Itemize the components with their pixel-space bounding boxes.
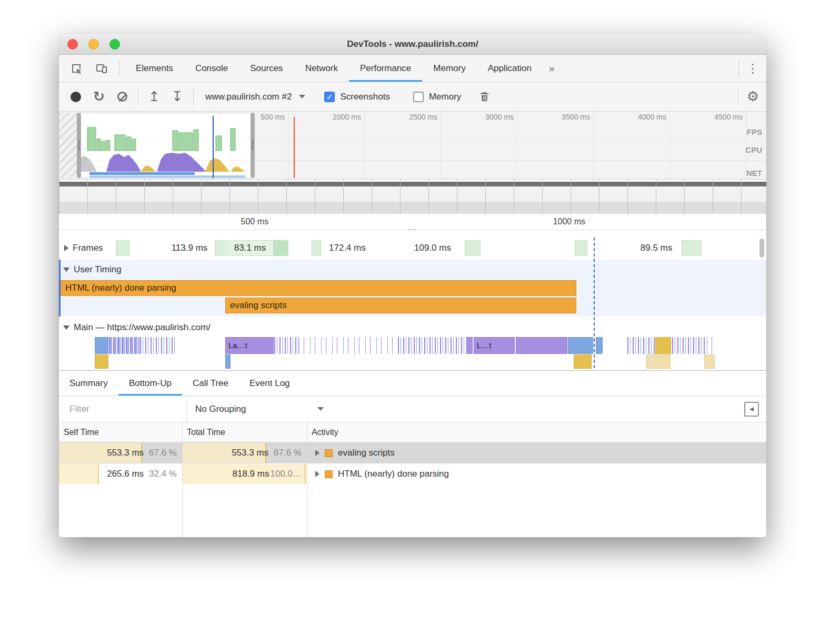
- clear-icon: [117, 92, 127, 102]
- column-header-self-time[interactable]: Self Time: [59, 422, 182, 442]
- selection-left-handle[interactable]: [77, 113, 81, 178]
- flame-segment[interactable]: [646, 354, 671, 369]
- flame-segment[interactable]: [299, 337, 397, 354]
- fps-lane-label: FPS: [731, 127, 762, 136]
- expand-row-triangle-icon[interactable]: [315, 471, 319, 477]
- selection-right-handle[interactable]: [251, 113, 255, 178]
- flame-segment[interactable]: [109, 337, 139, 354]
- frame-block[interactable]: [465, 240, 481, 256]
- table-row[interactable]: 553.3 ms67.6 % 553.3 ms67.6 % evaling sc…: [59, 442, 766, 463]
- frame-block[interactable]: [312, 240, 321, 256]
- flame-segment[interactable]: [627, 337, 655, 354]
- flame-segment-label: La…t: [226, 338, 273, 353]
- flame-segment[interactable]: La…t: [225, 337, 274, 354]
- flame-segment[interactable]: [95, 337, 108, 354]
- flame-segment[interactable]: [568, 337, 593, 354]
- save-profile-button[interactable]: ↧: [166, 86, 189, 107]
- tab-elements[interactable]: Elements: [125, 55, 184, 82]
- activity-cell: HTML (nearly) done parsing: [307, 463, 449, 485]
- flame-segment[interactable]: [707, 337, 716, 354]
- flame-segment[interactable]: [398, 337, 465, 354]
- frame-block[interactable]: [575, 240, 587, 256]
- expanded-triangle-icon: [63, 325, 69, 330]
- column-divider[interactable]: [307, 422, 307, 537]
- reload-icon: ↻: [93, 88, 105, 105]
- kebab-menu-icon[interactable]: ⋮: [746, 61, 759, 76]
- main-track-header[interactable]: Main — https://www.paulirish.com/: [63, 319, 211, 337]
- flame-segment[interactable]: [596, 337, 603, 354]
- screenshot-filmstrip[interactable]: [59, 179, 766, 214]
- device-toolbar-icon[interactable]: [94, 61, 109, 76]
- frame-block[interactable]: [274, 240, 288, 256]
- flame-segment[interactable]: [574, 354, 592, 369]
- tab-performance[interactable]: Performance: [349, 55, 422, 82]
- flame-segment[interactable]: L…t: [474, 337, 515, 354]
- expand-row-triangle-icon[interactable]: [315, 450, 319, 456]
- column-divider[interactable]: [182, 422, 183, 537]
- dcl-marker-line: [213, 116, 214, 178]
- garbage-collect-button[interactable]: [473, 86, 496, 107]
- screenshots-checkbox[interactable]: ✓ Screenshots: [324, 92, 390, 102]
- gridline: [593, 112, 594, 179]
- column-header-total-time[interactable]: Total Time: [182, 422, 307, 442]
- load-profile-button[interactable]: ↥: [143, 86, 166, 107]
- gear-icon[interactable]: ⚙: [747, 88, 759, 105]
- timeline-overview[interactable]: 500 ms 1000 ms 500 ms 2000 ms 2500 ms 30…: [59, 112, 766, 214]
- memory-checkbox[interactable]: Memory: [413, 92, 461, 102]
- flame-segment[interactable]: [140, 337, 176, 354]
- total-time-cell: 818.9 ms100.0…: [182, 463, 302, 485]
- tab-summary[interactable]: Summary: [59, 371, 118, 396]
- flame-segment[interactable]: [466, 337, 473, 354]
- flame-segment[interactable]: [672, 337, 706, 354]
- inspect-element-icon[interactable]: [68, 61, 84, 76]
- tab-bottom-up[interactable]: Bottom-Up: [118, 371, 182, 396]
- overview-time-label: 3000 ms: [472, 113, 514, 121]
- table-row[interactable]: 265.6 ms32.4 % 818.9 ms100.0… HTML (near…: [59, 463, 766, 485]
- history-select[interactable]: www.paulirish.com #2: [205, 92, 305, 102]
- tab-event-log[interactable]: Event Log: [239, 371, 301, 396]
- overview-dimmed-region: [59, 113, 79, 178]
- tab-sources[interactable]: Sources: [239, 55, 294, 82]
- checkbox-checked-icon: ✓: [324, 92, 335, 102]
- more-tabs-button[interactable]: »: [543, 55, 561, 82]
- flame-segment[interactable]: [655, 337, 671, 354]
- sidebar-toggle-icon[interactable]: ◀: [744, 402, 759, 417]
- user-timing-track-header[interactable]: User Timing: [63, 261, 122, 279]
- frame-block[interactable]: [682, 240, 702, 256]
- frame-block[interactable]: [116, 240, 129, 256]
- tab-console[interactable]: Console: [184, 55, 239, 82]
- total-time-cell: 553.3 ms67.6 %: [182, 442, 302, 463]
- tab-network[interactable]: Network: [294, 55, 349, 82]
- grouping-select[interactable]: No Grouping: [195, 404, 327, 414]
- checkbox-unchecked-icon: [413, 92, 424, 102]
- tracks-scrollbar[interactable]: [759, 239, 764, 258]
- divider: [119, 61, 119, 76]
- upload-icon: ↥: [148, 88, 160, 105]
- load-marker-line: [294, 117, 295, 178]
- user-timing-bar[interactable]: HTML (nearly) done parsing: [61, 280, 576, 296]
- divider: [138, 89, 138, 105]
- clear-recording-button[interactable]: [111, 86, 134, 107]
- frames-track-label: Frames: [73, 243, 103, 253]
- reload-and-profile-button[interactable]: ↻: [87, 86, 111, 107]
- flamechart-tracks[interactable]: Frames 113.9 ms 83.1 ms 172.4 ms 109.0 m…: [59, 230, 766, 370]
- tab-memory[interactable]: Memory: [422, 55, 476, 82]
- table-header: Self Time Total Time Activity: [59, 422, 766, 442]
- tab-call-tree[interactable]: Call Tree: [182, 371, 239, 396]
- frames-track-header[interactable]: Frames: [64, 238, 107, 259]
- flame-segment[interactable]: [516, 337, 567, 354]
- flame-segment[interactable]: [225, 354, 231, 369]
- flame-segment-label: L…t: [474, 338, 514, 353]
- flame-segment[interactable]: [95, 354, 108, 369]
- flame-segment[interactable]: [704, 354, 715, 369]
- user-timing-bar[interactable]: evaling scripts: [225, 298, 576, 313]
- flame-segment[interactable]: [274, 337, 298, 354]
- current-time-marker: [594, 238, 595, 368]
- record-button[interactable]: [64, 86, 87, 107]
- tab-application[interactable]: Application: [477, 55, 543, 82]
- filter-input[interactable]: [68, 403, 174, 415]
- devtools-tabbar: Elements Console Sources Network Perform…: [59, 55, 766, 82]
- main-flame-chart[interactable]: La…t L…t: [59, 337, 766, 369]
- column-header-activity[interactable]: Activity: [307, 422, 465, 442]
- frame-block[interactable]: [215, 240, 225, 256]
